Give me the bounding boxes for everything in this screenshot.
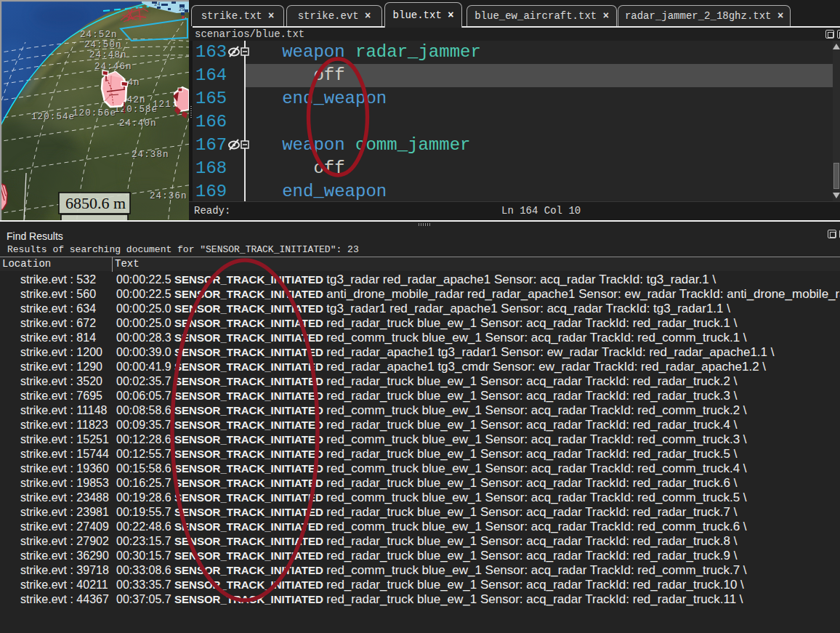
svg-text:24:52n: 24:52n xyxy=(80,30,118,40)
svg-text:24:38n: 24:38n xyxy=(132,150,169,160)
svg-text:24: 24 xyxy=(154,1,160,7)
svg-text:29: 29 xyxy=(179,7,185,12)
svg-text:24:50n: 24:50n xyxy=(84,40,122,50)
svg-text:24:40n: 24:40n xyxy=(119,118,157,129)
svg-text:24:46n: 24:46n xyxy=(94,62,132,72)
svg-text:120:54e: 120:54e xyxy=(31,112,75,122)
svg-text:24:36n: 24:36n xyxy=(150,191,187,201)
svg-text:120:56e: 120:56e xyxy=(73,108,116,118)
svg-text:6850.6 m: 6850.6 m xyxy=(65,194,126,212)
svg-text:24:48n: 24:48n xyxy=(89,50,127,60)
